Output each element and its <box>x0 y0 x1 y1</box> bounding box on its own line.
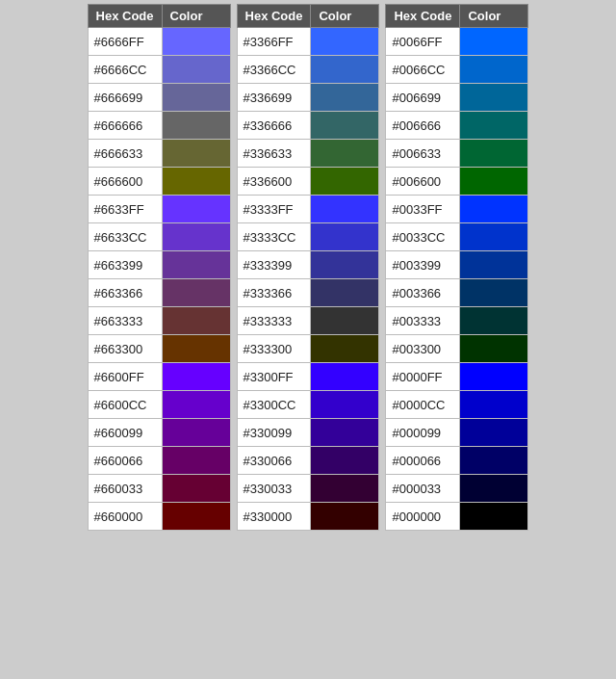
hex-code-cell: #006633 <box>386 140 460 168</box>
color-swatch <box>163 279 230 306</box>
color-swatch-cell <box>162 56 230 84</box>
color-swatch <box>163 196 230 222</box>
color-table-2: Hex CodeColor#3366FF#3366CC#336699#33666… <box>237 4 380 531</box>
color-swatch <box>460 475 527 502</box>
table-row: #006666 <box>386 112 528 140</box>
color-swatch-cell <box>162 140 230 168</box>
color-swatch-cell <box>311 140 379 168</box>
table-row: #0033FF <box>386 196 528 223</box>
color-swatch-cell <box>460 112 528 140</box>
color-swatch-cell <box>311 251 379 279</box>
color-swatch-cell <box>311 391 379 419</box>
hex-code-header: Hex Code <box>88 5 162 28</box>
color-swatch-cell <box>311 447 379 475</box>
hex-code-cell: #0033CC <box>386 223 460 251</box>
color-swatch-cell <box>460 419 528 447</box>
color-swatch-cell <box>311 279 379 307</box>
color-swatch <box>163 307 230 334</box>
color-swatch-cell <box>460 503 528 531</box>
hex-code-cell: #6666CC <box>88 56 162 84</box>
hex-code-cell: #666666 <box>88 112 162 140</box>
color-swatch-cell <box>460 447 528 475</box>
color-swatch-cell <box>162 391 230 419</box>
hex-code-cell: #330000 <box>237 503 311 531</box>
table-row: #6666FF <box>88 28 230 56</box>
color-swatch <box>163 251 230 278</box>
color-swatch-cell <box>460 391 528 419</box>
hex-code-cell: #663366 <box>88 279 162 307</box>
table-row: #330000 <box>237 503 379 531</box>
color-swatch-cell <box>460 84 528 112</box>
color-swatch-cell <box>162 279 230 307</box>
hex-code-cell: #3366FF <box>237 28 311 56</box>
hex-code-cell: #0066FF <box>386 28 460 56</box>
color-swatch <box>311 223 378 250</box>
color-swatch-cell <box>162 251 230 279</box>
table-row: #330066 <box>237 447 379 475</box>
hex-code-cell: #663399 <box>88 251 162 279</box>
color-swatch-cell <box>311 168 379 196</box>
color-swatch-cell <box>162 28 230 56</box>
color-swatch <box>311 140 378 167</box>
color-swatch <box>460 28 527 55</box>
color-swatch <box>311 168 378 195</box>
table-row: #000000 <box>386 503 528 531</box>
table-row: #6633FF <box>88 196 230 223</box>
hex-code-cell: #6600CC <box>88 391 162 419</box>
table-row: #3333FF <box>237 196 379 223</box>
hex-code-cell: #3366CC <box>237 56 311 84</box>
hex-code-cell: #3300FF <box>237 363 311 391</box>
color-swatch-cell <box>311 112 379 140</box>
color-swatch <box>460 307 527 334</box>
color-swatch <box>460 503 527 530</box>
color-swatch <box>311 391 378 418</box>
color-swatch-cell <box>460 475 528 503</box>
color-swatch <box>311 503 378 530</box>
hex-code-cell: #663300 <box>88 335 162 363</box>
hex-code-cell: #330099 <box>237 419 311 447</box>
color-swatch <box>163 503 230 530</box>
color-swatch <box>460 223 527 250</box>
color-swatch <box>460 391 527 418</box>
hex-code-cell: #003399 <box>386 251 460 279</box>
table-row: #666666 <box>88 112 230 140</box>
color-swatch-cell <box>460 28 528 56</box>
hex-code-cell: #000066 <box>386 447 460 475</box>
color-swatch-cell <box>162 363 230 391</box>
hex-code-cell: #660066 <box>88 447 162 475</box>
color-swatch <box>163 419 230 446</box>
color-swatch <box>163 223 230 250</box>
table-row: #333366 <box>237 279 379 307</box>
table-row: #3366FF <box>237 28 379 56</box>
color-swatch <box>311 28 378 55</box>
color-swatch <box>311 251 378 278</box>
hex-code-cell: #0000CC <box>386 391 460 419</box>
table-row: #6666CC <box>88 56 230 84</box>
table-row: #333300 <box>237 335 379 363</box>
table-row: #0066CC <box>386 56 528 84</box>
color-header: Color <box>162 5 230 28</box>
table-row: #660066 <box>88 447 230 475</box>
color-swatch-cell <box>311 419 379 447</box>
color-swatch-cell <box>460 223 528 251</box>
table-row: #666699 <box>88 84 230 112</box>
table-row: #663333 <box>88 307 230 335</box>
color-swatch <box>163 168 230 195</box>
color-swatch <box>460 363 527 390</box>
color-swatch <box>311 279 378 306</box>
hex-code-cell: #333399 <box>237 251 311 279</box>
color-swatch-cell <box>311 307 379 335</box>
color-table-3: Hex CodeColor#0066FF#0066CC#006699#00666… <box>385 4 528 531</box>
color-tables-wrapper: Hex CodeColor#6666FF#6666CC#666699#66666… <box>88 4 529 531</box>
color-swatch <box>163 56 230 83</box>
color-swatch-cell <box>460 363 528 391</box>
table-row: #336600 <box>237 168 379 196</box>
color-header: Color <box>460 5 528 28</box>
hex-code-cell: #6633CC <box>88 223 162 251</box>
hex-code-cell: #0066CC <box>386 56 460 84</box>
color-swatch <box>311 84 378 111</box>
table-row: #330033 <box>237 475 379 503</box>
table-row: #336633 <box>237 140 379 168</box>
table-row: #666600 <box>88 168 230 196</box>
color-swatch-cell <box>162 84 230 112</box>
